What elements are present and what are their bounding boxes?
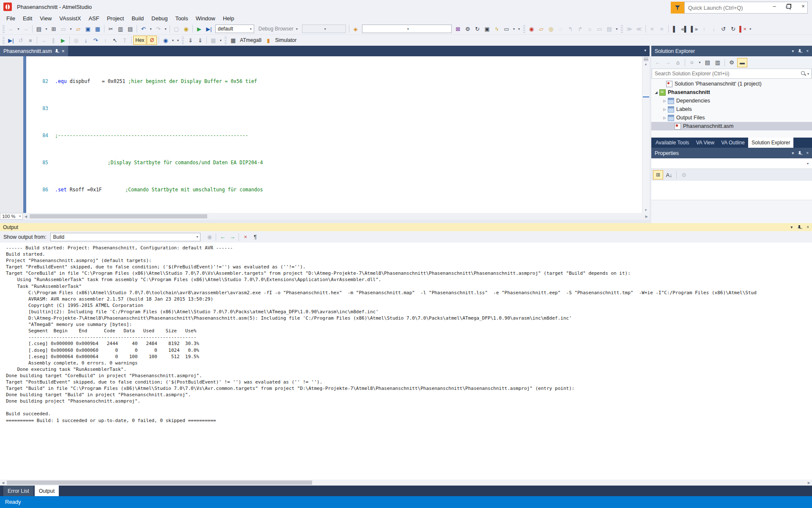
va-outline-icon[interactable]: ◌ [556,24,565,33]
list-members-icon[interactable]: ≡ [647,24,657,33]
cut-icon[interactable]: ✂ [106,24,115,33]
find-icon[interactable]: ◉ [181,24,191,33]
toolbar-overflow-icon[interactable]: ▾ [517,24,521,33]
toolbar-overflow-icon[interactable]: ▾ [218,36,223,45]
lightning-icon[interactable]: ϟ [492,24,502,33]
menu-item[interactable]: View [36,14,55,23]
configuration-combobox[interactable]: default▾ [215,25,254,33]
se-back-icon[interactable]: ← [653,58,662,67]
menu-item[interactable]: Help [219,14,238,23]
quickwatch-icon[interactable]: ◎ [71,36,81,45]
scroll-left-icon[interactable]: ◀ [2,481,4,485]
close-button[interactable]: × [796,0,810,12]
step-into-icon[interactable]: ↓ [81,36,91,45]
new-project-caret-icon[interactable]: ▾ [44,24,49,33]
run-icon[interactable]: ▶ [58,36,68,45]
next-bookmark-icon[interactable]: ▌» [690,24,699,33]
terminal-caret-icon[interactable]: ▾ [512,24,516,33]
step-out-icon[interactable]: ↑ [101,36,110,45]
hex-toggle-button[interactable]: Hex [133,36,146,45]
se-home-icon[interactable]: ⌂ [673,58,683,67]
document-tab[interactable]: Phasenanschnitt.asm × [0,46,68,56]
search-tool-icon[interactable]: ◎ [546,24,556,33]
nav-forward-icon[interactable]: → [21,24,30,33]
va-rename-icon[interactable]: ▭ [595,24,604,33]
va-home-icon[interactable]: ⌂ [585,24,595,33]
nav-backward-icon[interactable]: ← [6,24,16,33]
device-chip-icon[interactable]: ▦ [228,36,238,45]
terminal-window-icon[interactable]: ▭ [502,24,511,33]
scrollbar-thumb[interactable] [30,214,207,218]
editor-horizontal-scrollbar[interactable]: ◀ ▶ [23,213,650,220]
document-list-caret-icon[interactable]: ▾ [644,48,646,52]
va-back-icon[interactable]: ↰ [566,24,575,33]
show-all-files-toggle[interactable]: ▬ [737,58,747,67]
tree-item[interactable]: Phasenanschnitt.asm [651,122,812,130]
window-position-caret-icon[interactable]: ▾ [792,49,794,53]
paste-icon[interactable]: ▤ [126,24,135,33]
pin-icon[interactable] [798,225,801,230]
continue-debug-icon[interactable]: ▶| [6,36,16,45]
menu-item[interactable]: Window [192,14,219,23]
close-icon[interactable]: × [806,151,809,155]
save-icon[interactable]: ▣ [83,24,93,33]
categorized-icon[interactable]: ⊞ [653,170,663,179]
code-line[interactable]: 82.equ dispbuf = 0x0251 ;hier beginnt de… [26,78,642,85]
solution-explorer-title-bar[interactable]: Solution Explorer ▾ × [651,46,812,56]
pending-changes-filter-icon[interactable]: ○ [687,58,697,67]
tree-expander-icon[interactable]: ▷ [661,108,668,111]
menu-item[interactable]: Tools [171,14,192,23]
clear-all-icon[interactable]: × [241,232,250,242]
va-forward-icon[interactable]: ↱ [576,24,585,33]
debugger-tool-icon[interactable]: ▮ [263,36,273,45]
close-icon[interactable]: × [806,49,809,53]
tool-window-tab[interactable]: VA View [693,138,718,148]
menu-item[interactable]: Build [128,14,148,23]
menu-item[interactable]: VAssistX [55,14,85,23]
bookmark-overflow-icon[interactable]: ▾ [748,24,753,33]
collapse-all-icon[interactable]: ▥ [713,58,722,67]
save-all-icon[interactable]: ▦ [93,24,102,33]
pending-changes-caret-icon[interactable]: ▾ [697,58,702,67]
code-line[interactable]: 85 ;Display Startbyte für comandos/und D… [26,159,642,166]
new-project-icon[interactable]: ▤ [34,24,44,33]
scroll-up-icon[interactable]: ▲ [644,62,647,66]
prev-bookmark-folder-icon[interactable]: ↑ [700,24,709,33]
scroll-right-icon[interactable]: ▶ [645,215,648,218]
tree-item[interactable]: Solution 'Phasenanschnitt' (1 project) [651,80,812,88]
solution-explorer-search[interactable]: ▾ [652,69,812,79]
disable-breakpoints-toggle[interactable]: Ø [147,36,157,45]
find-in-files-icon[interactable]: ◈ [351,24,360,33]
tree-item[interactable]: ▷Labels [651,105,812,113]
pin-icon[interactable] [55,49,59,54]
menu-item[interactable]: Debug [148,14,171,23]
restore-button[interactable] [782,0,796,12]
close-icon[interactable]: × [62,49,65,54]
search-combobox[interactable]: ▾ [362,25,452,33]
undo-caret-icon[interactable]: ▾ [148,24,153,33]
search-input[interactable] [652,70,801,77]
open-file-icon[interactable]: ▱ [74,24,83,33]
toggle-bookmark-icon[interactable]: ▌ [670,24,680,33]
menu-item[interactable]: ASF [85,14,103,23]
scrollbar-thumb[interactable] [7,480,312,485]
editor-vertical-scrollbar[interactable]: ▲ ▼ [642,56,650,213]
debug-target-icon[interactable]: ◉ [527,24,536,33]
window-position-caret-icon[interactable]: ▾ [790,225,793,229]
disabled-combobox[interactable]: ▾ [302,25,346,33]
program-device-icon[interactable]: ⇓ [186,36,195,45]
window-position-caret-icon[interactable]: ▾ [792,151,794,155]
breakpoint-margin[interactable] [0,56,23,213]
menu-item[interactable]: Project [103,14,128,23]
open-folder-caret-icon[interactable]: ▾ [69,24,73,33]
code-line[interactable]: 86.set Rsoff =0x1F ;Comando Startbyte mi… [26,186,642,193]
alphabetical-sort-icon[interactable]: A↓ [664,170,674,179]
watch-icon[interactable]: T [120,36,129,45]
show-next-statement-icon[interactable]: → [39,36,48,45]
toolbar-overflow-icon[interactable]: ▾ [176,36,180,45]
output-horizontal-scrollbar[interactable]: ◀ ▶ [0,480,812,486]
undo-icon[interactable]: ↶ [139,24,148,33]
continue-icon[interactable]: ▶| [204,24,214,33]
device-tool-caret-icon[interactable]: ▾ [170,36,175,45]
editor-zoom-select[interactable]: 100 % ▾ [0,213,23,220]
